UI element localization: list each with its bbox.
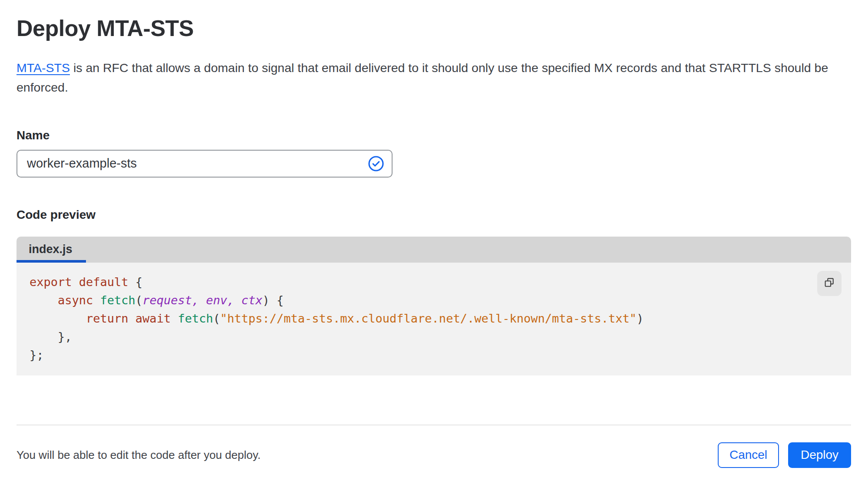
- copy-code-button[interactable]: [817, 271, 842, 296]
- code-tab-bar: index.js: [17, 237, 851, 263]
- description-text: is an RFC that allows a domain to signal…: [17, 61, 828, 94]
- code-preview-heading: Code preview: [17, 208, 851, 222]
- name-input-wrap: [17, 150, 393, 178]
- description: MTA-STS is an RFC that allows a domain t…: [17, 58, 844, 97]
- footer-divider: [17, 425, 851, 425]
- page-title: Deploy MTA-STS: [17, 0, 851, 42]
- mta-sts-link[interactable]: MTA-STS: [17, 61, 70, 75]
- check-circle-icon: [367, 155, 385, 172]
- deploy-mta-sts-page: Deploy MTA-STS MTA-STS is an RFC that al…: [0, 0, 868, 468]
- name-input[interactable]: [17, 150, 393, 178]
- tab-label: index.js: [29, 243, 73, 256]
- footer: You will be able to edit the code after …: [17, 429, 851, 468]
- footer-note: You will be able to edit the code after …: [17, 448, 261, 462]
- name-label: Name: [17, 128, 851, 142]
- code-lines: export default { async fetch(request, en…: [30, 273, 851, 364]
- code-preview-card: index.js export default { async fetch(re…: [17, 237, 851, 375]
- deploy-button[interactable]: Deploy: [788, 442, 851, 468]
- tab-index-js[interactable]: index.js: [17, 237, 86, 263]
- copy-icon: [823, 276, 836, 290]
- footer-actions: Cancel Deploy: [718, 442, 851, 468]
- code-editor-area: export default { async fetch(request, en…: [17, 263, 851, 375]
- cancel-button[interactable]: Cancel: [718, 442, 779, 468]
